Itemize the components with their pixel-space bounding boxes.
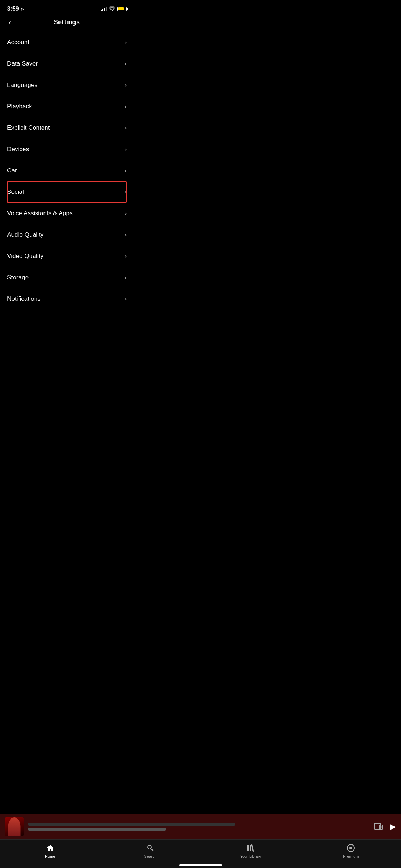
settings-item-label-devices: Devices [7, 146, 29, 153]
settings-item-audio-quality[interactable]: Audio Quality › [7, 224, 127, 246]
settings-item-label-playback: Playback [7, 103, 32, 110]
chevron-right-icon: › [125, 253, 127, 259]
page-title: Settings [54, 19, 80, 26]
settings-item-label-storage: Storage [7, 274, 29, 281]
settings-item-label-explicit-content: Explicit Content [7, 124, 50, 131]
settings-list: Account › Data Saver › Languages › Playb… [0, 32, 134, 310]
wifi-icon [109, 6, 115, 12]
back-button[interactable]: ‹ [6, 16, 14, 29]
signal-bars [101, 6, 107, 11]
chevron-right-icon: › [125, 167, 127, 174]
header: ‹ Settings [0, 16, 134, 32]
settings-item-label-social: Social [7, 188, 24, 196]
chevron-right-icon: › [125, 274, 127, 281]
battery-icon [117, 7, 127, 11]
chevron-right-icon: › [125, 82, 127, 88]
settings-item-languages[interactable]: Languages › [7, 74, 127, 96]
settings-item-voice-assistants[interactable]: Voice Assistants & Apps › [7, 203, 127, 224]
status-time: 3:59 [7, 6, 19, 12]
settings-item-account[interactable]: Account › [7, 32, 127, 53]
chevron-right-icon: › [125, 210, 127, 217]
settings-item-playback[interactable]: Playback › [7, 96, 127, 117]
chevron-right-icon: › [125, 232, 127, 238]
chevron-right-icon: › [125, 146, 127, 153]
settings-item-notifications[interactable]: Notifications › [7, 288, 127, 310]
chevron-right-icon: › [125, 103, 127, 110]
chevron-right-icon: › [125, 125, 127, 131]
settings-item-social[interactable]: Social › [7, 181, 127, 203]
settings-item-label-notifications: Notifications [7, 295, 41, 303]
status-bar: 3:59 ⊳ [0, 0, 134, 16]
settings-item-label-languages: Languages [7, 82, 37, 89]
chevron-right-icon: › [125, 189, 127, 195]
chevron-right-icon: › [125, 39, 127, 46]
settings-item-label-audio-quality: Audio Quality [7, 231, 43, 238]
chevron-right-icon: › [125, 296, 127, 302]
settings-item-label-data-saver: Data Saver [7, 60, 38, 67]
settings-item-car[interactable]: Car › [7, 160, 127, 181]
settings-item-label-video-quality: Video Quality [7, 253, 43, 260]
settings-item-explicit-content[interactable]: Explicit Content › [7, 117, 127, 139]
settings-item-video-quality[interactable]: Video Quality › [7, 246, 127, 267]
settings-item-label-account: Account [7, 39, 29, 46]
location-icon: ⊳ [21, 6, 25, 12]
settings-item-data-saver[interactable]: Data Saver › [7, 53, 127, 74]
settings-item-devices[interactable]: Devices › [7, 139, 127, 160]
settings-item-label-voice-assistants: Voice Assistants & Apps [7, 210, 73, 217]
settings-item-storage[interactable]: Storage › [7, 267, 127, 288]
status-icons [101, 6, 127, 12]
settings-item-label-car: Car [7, 167, 17, 174]
chevron-right-icon: › [125, 61, 127, 67]
